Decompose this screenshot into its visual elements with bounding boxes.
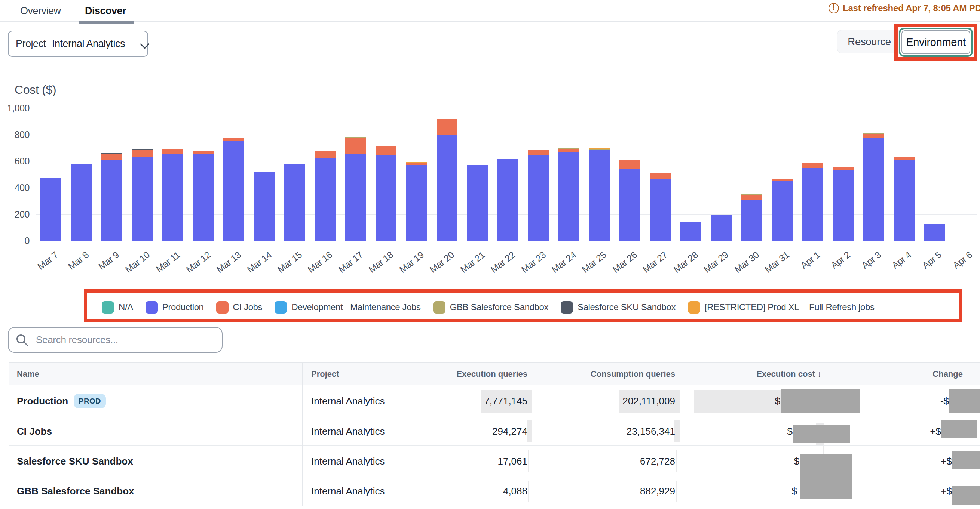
bar-mar-17-gbb-salesforce-sandbox[interactable] <box>345 137 366 138</box>
bar-mar-7-production[interactable] <box>40 178 61 241</box>
bar-mar-28-production[interactable] <box>680 222 702 241</box>
chart-title: Cost ($) <box>14 83 56 97</box>
bar-mar-25-ci-jobs[interactable] <box>589 149 610 150</box>
bar-apr-1-production[interactable] <box>802 168 823 241</box>
column-header-project[interactable]: Project <box>311 363 339 386</box>
cell-execution-cost-prefix: $ <box>788 425 792 438</box>
bar-apr-4-ci-jobs[interactable] <box>894 157 915 160</box>
bar-mar-19-production[interactable] <box>406 165 427 241</box>
bar-mar-31-gbb-salesforce-sandbox[interactable] <box>772 179 792 179</box>
bar-mar-9-production[interactable] <box>101 160 123 241</box>
cell-change-prefix: +$ <box>941 454 952 468</box>
search-icon <box>16 334 29 346</box>
cell-project: Internal Analytics <box>311 425 385 438</box>
cell-execution-queries: 4,088 <box>503 484 527 498</box>
bar-mar-24-production[interactable] <box>558 152 579 241</box>
bar-apr-3-gbb-salesforce-sandbox[interactable] <box>863 133 884 133</box>
bar-apr-5-production[interactable] <box>924 224 945 241</box>
column-header-execution-queries[interactable]: Execution queries <box>457 363 527 386</box>
project-filter-dropdown[interactable]: Project Internal Analytics <box>8 31 148 57</box>
column-header-change[interactable]: Change <box>932 363 963 386</box>
cell-consumption-queries: 23,156,341 <box>627 425 675 438</box>
project-filter-value: Internal Analytics <box>52 32 125 56</box>
bar-mar-15-production[interactable] <box>284 164 305 241</box>
bar-mar-26-production[interactable] <box>619 168 640 241</box>
bar-mar-22-production[interactable] <box>498 159 519 241</box>
bar-mar-20-production[interactable] <box>436 135 457 241</box>
bar-mar-25-production[interactable] <box>589 150 610 241</box>
project-filter-label: Project <box>16 32 46 56</box>
bar-apr-2-ci-jobs[interactable] <box>833 167 854 170</box>
bar-mar-11-production[interactable] <box>162 154 183 241</box>
bar-mar-17-production[interactable] <box>345 154 366 241</box>
bar-mar-25-gbb-salesforce-sandbox[interactable] <box>589 149 610 150</box>
y-axis-tick: 800 <box>0 128 30 141</box>
alert-circle-icon <box>829 3 839 13</box>
cell-consumption-queries: 202,111,009 <box>622 394 675 408</box>
bar-mar-29-production[interactable] <box>711 214 732 241</box>
bar-mar-17-ci-jobs[interactable] <box>345 138 366 154</box>
cell-project: Internal Analytics <box>311 454 385 468</box>
toggle-resource[interactable]: Resource <box>837 30 902 54</box>
bar-mar-30-production[interactable] <box>741 200 762 241</box>
column-header-execution-cost[interactable]: Execution cost ↓ <box>756 363 821 386</box>
bar-apr-3-ci-jobs[interactable] <box>863 134 884 138</box>
y-axis-tick: 600 <box>0 154 30 168</box>
bar-mar-18-production[interactable] <box>375 155 396 241</box>
cell-execution-queries: 7,771,145 <box>484 394 527 408</box>
cell-execution-cost-prefix: $ <box>792 484 797 498</box>
tab-discover[interactable]: Discover <box>85 3 126 18</box>
tab-bar: Overview Discover Last refreshed Apr 7, … <box>0 0 980 22</box>
bar-apr-1-ci-jobs[interactable] <box>802 163 823 168</box>
cell-execution-cost-prefix: $ <box>794 454 799 468</box>
bar-mar-12-production[interactable] <box>193 154 214 241</box>
last-refreshed-text: Last refreshed Apr 7, 8:05 AM PDT <box>843 1 980 16</box>
column-divider <box>302 362 302 506</box>
bar-mar-23-production[interactable] <box>528 155 549 241</box>
bar-mar-25--restricted-prod-xl-full-refresh-jobs[interactable] <box>589 148 610 149</box>
bar-mar-31-ci-jobs[interactable] <box>772 179 792 181</box>
bar-mar-14-production[interactable] <box>254 172 275 241</box>
cell-change-prefix: +$ <box>930 425 941 438</box>
y-axis-tick: 400 <box>0 181 30 194</box>
bar-mar-23-ci-jobs[interactable] <box>528 150 549 155</box>
bar-mar-10-salesforce-sku-sandbox[interactable] <box>132 149 153 150</box>
bar-mar-8-production[interactable] <box>71 164 92 241</box>
bar-mar-16-production[interactable] <box>315 158 336 241</box>
bar-mar-24-ci-jobs[interactable] <box>558 149 579 152</box>
bar-mar-30-gbb-salesforce-sandbox[interactable] <box>741 194 762 195</box>
bar-apr-2-production[interactable] <box>833 170 854 241</box>
bar-mar-13-ci-jobs[interactable] <box>223 138 244 141</box>
redaction-box <box>949 389 980 413</box>
bar-apr-4-production[interactable] <box>894 160 915 241</box>
cell-name: Salesforce SKU Sandbox <box>17 454 133 468</box>
bar-mar-21-production[interactable] <box>467 165 488 241</box>
bar-mar-20-ci-jobs[interactable] <box>436 119 457 135</box>
bar-mar-9-salesforce-sku-sandbox[interactable] <box>101 153 123 154</box>
bar-mar-19-ci-jobs[interactable] <box>406 163 427 165</box>
column-header-name[interactable]: Name <box>17 363 39 386</box>
bar-mar-9-ci-jobs[interactable] <box>101 154 123 160</box>
bar-mar-27-ci-jobs[interactable] <box>650 173 671 179</box>
bar-mar-13-production[interactable] <box>223 141 244 241</box>
bar-apr-3-production[interactable] <box>863 138 884 241</box>
bar-mar-24-gbb-salesforce-sandbox[interactable] <box>558 148 579 148</box>
bar-mar-19--restricted-prod-xl-full-refresh-jobs[interactable] <box>406 162 427 163</box>
bar-mar-12-ci-jobs[interactable] <box>193 151 214 154</box>
bar-mar-27-production[interactable] <box>650 179 671 241</box>
cell-consumption-queries: 672,728 <box>640 454 675 468</box>
bar-mar-10-ci-jobs[interactable] <box>132 150 153 157</box>
tab-overview[interactable]: Overview <box>20 3 61 18</box>
bar-mar-10-production[interactable] <box>132 157 153 241</box>
bar-mar-18-ci-jobs[interactable] <box>375 146 396 156</box>
annotation-environment-toggle-highlight <box>894 24 977 60</box>
bar-mar-11-ci-jobs[interactable] <box>162 149 183 154</box>
environment-badge: PROD <box>74 394 106 408</box>
bar-mar-26-ci-jobs[interactable] <box>619 160 640 169</box>
bar-mar-31-production[interactable] <box>772 181 792 241</box>
bar-mar-30-ci-jobs[interactable] <box>741 195 762 200</box>
bar-mar-16-ci-jobs[interactable] <box>315 151 336 159</box>
y-axis-tick: 0 <box>0 234 30 247</box>
column-header-consumption-queries[interactable]: Consumption queries <box>590 363 675 386</box>
redaction-box <box>781 389 859 413</box>
